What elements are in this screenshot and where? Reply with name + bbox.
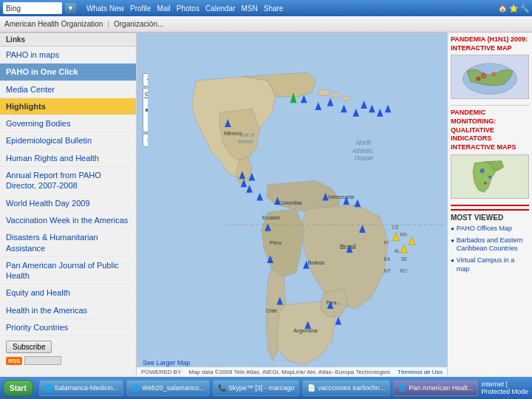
search-box[interactable]: Bing [3, 2, 62, 14]
map-area[interactable]: Blue Flags are PAHO country offices Yell… [137, 33, 447, 377]
sidebar-item-human-rights[interactable]: Human Rights and Health [0, 150, 136, 167]
most-viewed-item-0[interactable]: ● PAHO Offices Map [451, 225, 529, 233]
nav-whatsnew[interactable]: Whats New [86, 4, 124, 13]
map-copyright: Map data ©2009 Tele Atlas, iNEGI, MapLin… [188, 369, 390, 375]
right-sidebar: PANDEMIA (H1N1) 2009: INTERACTIVE MAP [447, 33, 532, 377]
nav-mail[interactable]: Mail [157, 4, 170, 13]
widget-pandemic-title[interactable]: PANDEMIA (H1N1) 2009: INTERACTIVE MAP [451, 35, 529, 52]
nav-profile[interactable]: Profile [130, 4, 151, 13]
taskbar-icon-2: 📞 [218, 384, 226, 392]
taskbar-item-4[interactable]: 🌐 Pan American Healt... [393, 380, 478, 396]
sidebar-item-health-americas[interactable]: Health in the Americas [0, 302, 136, 319]
sidebar-item-vaccination[interactable]: Vaccination Week in the Americas [0, 212, 136, 229]
svg-text:RO: RO [400, 268, 407, 273]
fav-organizacion[interactable]: Organización... [114, 20, 163, 28]
svg-text:Atlantic: Atlantic [351, 147, 373, 154]
search-dropdown-btn[interactable]: ▼ [65, 3, 76, 13]
taskbar: Start 🌐 Salamanca-Medicin... 🌐 Web20_sal… [0, 377, 532, 399]
favorites-bar: American Health Organization | Organizac… [0, 16, 532, 33]
taskbar-icon-4: 🌐 [398, 384, 406, 392]
map-svg: North Atlantic Ocean Gulf of Mexico Vene… [137, 33, 447, 377]
bullet-icon: ● [451, 225, 454, 233]
sidebar-item-disasters[interactable]: Disasters & Humanitarian Assistance [0, 229, 136, 257]
taskbar-item-2[interactable]: 📞 Skype™ [3] - marcago [213, 380, 300, 396]
nav-share[interactable]: Share [264, 4, 284, 13]
map-powered-by: POWERED BY [141, 369, 181, 375]
taskbar-item-3[interactable]: 📄 vaccciones earliochn... [302, 380, 390, 396]
toolbar-icons: 🏠 ⭐ 🔧 [498, 4, 529, 13]
taskbar-icon-3: 📄 [307, 384, 316, 392]
sidebar-item-paho-one-click[interactable]: PAHO in One Click [0, 64, 136, 81]
svg-point-34 [480, 168, 484, 173]
svg-text:Bolivia: Bolivia [308, 259, 325, 266]
svg-text:Chile: Chile [266, 308, 277, 313]
nav-photos[interactable]: Photos [177, 4, 200, 13]
bullet-icon: ● [451, 237, 454, 245]
widget-pandemic-image[interactable] [451, 55, 529, 99]
toolbar-right: 🏠 ⭐ 🔧 [498, 4, 529, 13]
nav-calendar[interactable]: Calendar [205, 4, 236, 13]
main-content: Blue Flags are PAHO country offices Yell… [137, 33, 532, 377]
browser-toolbar: Bing ▼ Whats New Profile Mail Photos Cal… [0, 0, 532, 16]
fav-paho[interactable]: American Health Organization [4, 20, 103, 28]
svg-text:Para...: Para... [327, 300, 341, 305]
taskbar-right: Internet | Protected Mode [481, 381, 529, 395]
svg-point-35 [488, 175, 491, 178]
monitoring-map-svg [451, 155, 528, 198]
sidebar-item-annual-report[interactable]: Annual Report from PAHO Director, 2007-2… [0, 167, 136, 195]
sidebar-item-governing[interactable]: Governing Bodies [0, 115, 136, 132]
internet-status: Internet | Protected Mode [481, 381, 529, 395]
svg-point-1 [318, 89, 330, 96]
svg-point-32 [476, 77, 480, 81]
sidebar-item-epidemio[interactable]: Epidemiological Bulletin [0, 132, 136, 149]
nav-msn[interactable]: MSN [241, 4, 257, 13]
widget-pandemic-interactive: PANDEMIA (H1N1) 2009: INTERACTIVE MAP [451, 35, 529, 99]
see-larger-map-link[interactable]: See Larger Map [143, 359, 191, 366]
taskbar-item-0[interactable]: 🌐 Salamanca-Medicin... [39, 380, 124, 396]
widget-monitoring-image[interactable] [451, 154, 529, 199]
most-viewed-item-2[interactable]: ● Virtual Campus in a map [451, 256, 529, 273]
svg-text:Ecuador: Ecuador [262, 215, 281, 220]
rss-icon[interactable]: RSS [6, 357, 22, 365]
map-terms-link[interactable]: Términos de Uso [398, 369, 443, 375]
search-text: Bing [6, 4, 21, 13]
svg-text:PI: PI [384, 240, 389, 245]
sidebar-item-priority[interactable]: Priority Countries [0, 319, 136, 336]
widget-monitoring: PANDEMIC MONITORING: QUALITATIVE INDICAT… [451, 109, 529, 198]
sidebar-subscribe-section: Subscribe RSS [0, 336, 136, 369]
sidebar-item-paho-maps[interactable]: PAHO in maps [0, 47, 136, 64]
browser-content-area: Links PAHO in maps PAHO in One Click Med… [0, 33, 532, 377]
taskbar-item-1[interactable]: 🌐 Web20_salamanco... [126, 380, 209, 396]
svg-point-2 [331, 92, 341, 98]
svg-text:MT: MT [384, 268, 391, 273]
svg-text:North: North [356, 139, 372, 146]
sidebar-item-equity[interactable]: Equity and Health [0, 284, 136, 301]
sidebar-item-world-health[interactable]: World Health Day 2009 [0, 195, 136, 212]
most-viewed-divider [451, 205, 529, 206]
sidebar-links-section: Links [0, 33, 136, 47]
taskbar-icon-1: 🌐 [132, 384, 140, 392]
svg-text:Gulf of: Gulf of [240, 132, 255, 137]
subscribe-button[interactable]: Subscribe [6, 341, 52, 353]
bullet-icon: ● [451, 257, 454, 265]
svg-text:México: México [224, 130, 242, 137]
svg-text:Colombia: Colombia [279, 200, 303, 206]
sidebar-item-highlights[interactable]: Highlights [0, 98, 136, 115]
map-attribution: POWERED BY Map data ©2009 Tele Atlas, iN… [137, 367, 447, 377]
browser-nav-links: Whats New Profile Mail Photos Calendar M… [86, 4, 283, 13]
pandemic-map-svg [451, 55, 528, 98]
widget-monitoring-title[interactable]: PANDEMIC MONITORING: QUALITATIVE INDICAT… [451, 109, 529, 151]
sidebar-item-journal[interactable]: Pan American Journal of Public Health [0, 257, 136, 285]
svg-text:Ocean: Ocean [355, 154, 374, 162]
svg-text:BA: BA [384, 256, 391, 262]
sidebar-item-media-center[interactable]: Media Center [0, 81, 136, 98]
svg-text:Venezuela: Venezuela [328, 194, 355, 200]
start-button[interactable]: Start [3, 380, 33, 396]
svg-text:CE: CE [392, 225, 399, 230]
svg-text:RR: RR [400, 232, 407, 237]
most-viewed-item-1[interactable]: ● Barbados and Eastern Caribbean Countri… [451, 236, 529, 253]
svg-text:AL: AL [395, 248, 400, 253]
svg-point-36 [484, 182, 487, 185]
svg-text:Peru: Peru [270, 239, 282, 246]
widget-divider [451, 105, 529, 106]
